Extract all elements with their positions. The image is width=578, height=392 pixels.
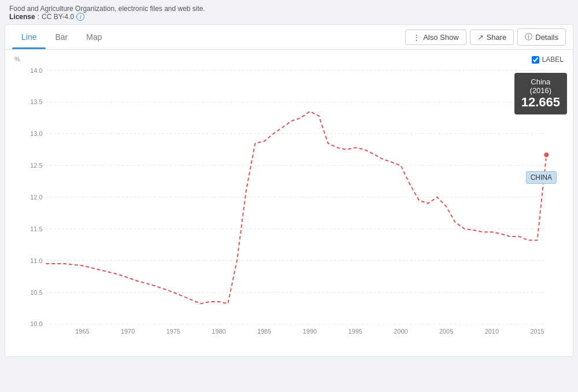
line-chart-svg: 10.010.511.011.512.012.513.013.514.01965… xyxy=(14,56,564,345)
label-checkbox-input[interactable] xyxy=(532,56,539,64)
svg-text:2000: 2000 xyxy=(394,327,407,334)
svg-text:11.0: 11.0 xyxy=(30,257,42,264)
also-show-icon: ⋮ xyxy=(413,33,420,42)
svg-text:1975: 1975 xyxy=(166,327,180,334)
svg-text:1985: 1985 xyxy=(257,327,271,334)
svg-text:1990: 1990 xyxy=(303,327,317,334)
license-value: CC BY-4.0 xyxy=(42,13,74,21)
svg-text:12.5: 12.5 xyxy=(30,162,42,169)
svg-text:10.5: 10.5 xyxy=(30,289,42,295)
svg-text:13.0: 13.0 xyxy=(30,130,42,137)
label-checkbox-text: LABEL xyxy=(542,56,564,64)
y-axis-unit: % xyxy=(14,56,20,62)
details-icon: ⓘ xyxy=(525,32,532,42)
svg-text:2015: 2015 xyxy=(530,327,544,334)
tab-line[interactable]: Line xyxy=(12,25,46,49)
svg-text:13.5: 13.5 xyxy=(30,98,42,105)
svg-text:1980: 1980 xyxy=(212,327,225,334)
svg-point-29 xyxy=(543,152,549,158)
svg-text:14.0: 14.0 xyxy=(30,66,42,73)
svg-text:1995: 1995 xyxy=(349,327,362,334)
license-info-icon[interactable]: i xyxy=(76,13,84,21)
svg-text:1970: 1970 xyxy=(121,327,135,334)
svg-text:2010: 2010 xyxy=(485,327,499,334)
share-button[interactable]: ↗ Share xyxy=(470,29,514,45)
license-separator: : xyxy=(38,13,39,21)
label-checkbox[interactable]: LABEL xyxy=(532,56,564,64)
svg-text:12.0: 12.0 xyxy=(30,194,42,201)
details-button[interactable]: ⓘ Details xyxy=(517,28,566,46)
svg-text:10.0: 10.0 xyxy=(30,320,42,327)
tab-bar[interactable]: Bar xyxy=(46,25,77,49)
license-label: License xyxy=(9,13,35,21)
chart-area: % LABEL 10.010.511.011.512.012.513.013.5… xyxy=(5,50,573,356)
also-show-button[interactable]: ⋮ Also Show xyxy=(405,29,466,45)
svg-text:11.5: 11.5 xyxy=(30,225,42,232)
share-icon: ↗ xyxy=(477,33,484,42)
china-label: CHINA xyxy=(526,171,557,184)
tab-map[interactable]: Map xyxy=(77,25,111,49)
svg-text:2005: 2005 xyxy=(439,327,453,334)
svg-text:1965: 1965 xyxy=(75,327,89,334)
source-text: Food and Agriculture Organization, elect… xyxy=(9,5,569,13)
